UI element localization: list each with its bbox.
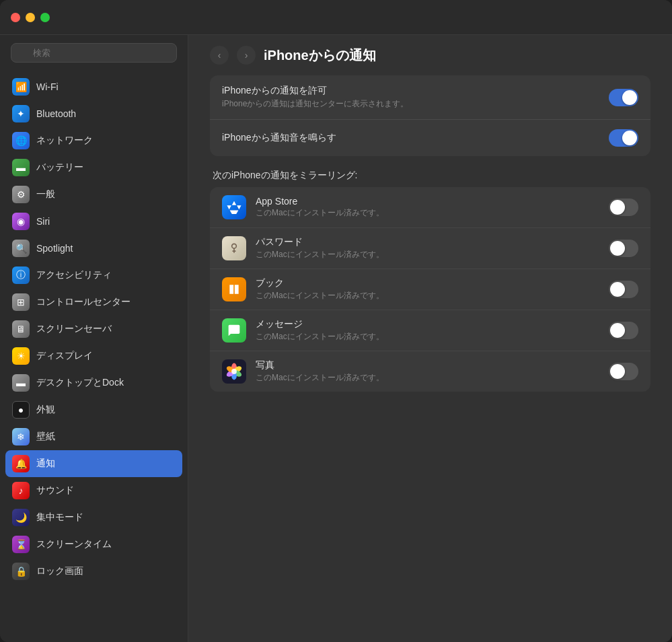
app-subtitle-appstore: このMacにインストール済みです。 xyxy=(256,207,599,219)
app-toggle-passwords[interactable] xyxy=(609,240,638,257)
svg-point-7 xyxy=(231,369,237,374)
toggle-knob-allow-notifications xyxy=(622,90,637,105)
page-title: iPhoneからの通知 xyxy=(264,46,376,65)
sidebar-item-label-desktop: デスクトップとDock xyxy=(36,377,124,389)
svg-point-0 xyxy=(232,244,237,248)
app-subtitle-passwords: このMacにインストール済みです。 xyxy=(256,249,599,260)
sidebar-item-label-control: コントロールセンター xyxy=(36,296,130,308)
sidebar-item-label-network: ネットワーク xyxy=(36,135,93,147)
sidebar-item-wallpaper[interactable]: ❄壁紙 xyxy=(5,423,182,450)
sidebar-item-network[interactable]: 🌐ネットワーク xyxy=(5,127,182,154)
sidebar-item-accessibility[interactable]: ⓘアクセシビリティ xyxy=(5,262,182,289)
app-toggle-messages[interactable] xyxy=(609,322,638,339)
forward-button[interactable]: › xyxy=(237,46,256,65)
sidebar-item-label-appearance: 外観 xyxy=(36,404,55,416)
app-icon-passwords xyxy=(222,236,246,260)
battery-icon: ▬ xyxy=(12,159,30,176)
content-header: ‹ › iPhoneからの通知 xyxy=(188,35,672,75)
sidebar-item-control[interactable]: ⊞コントロールセンター xyxy=(5,289,182,316)
bluetooth-icon: ✦ xyxy=(12,105,30,122)
app-toggle-appstore[interactable] xyxy=(609,199,638,216)
back-button[interactable]: ‹ xyxy=(210,46,229,65)
app-name-appstore: App Store xyxy=(256,196,599,207)
sidebar-item-label-notifications: 通知 xyxy=(36,458,55,470)
maximize-button[interactable] xyxy=(40,13,50,22)
sidebar-item-label-general: 一般 xyxy=(36,188,55,201)
minimize-button[interactable] xyxy=(26,13,35,22)
sidebar-item-siri[interactable]: ◉Siri xyxy=(5,208,182,235)
sidebar-item-label-focus: 集中モード xyxy=(36,511,83,524)
app-icon-books xyxy=(222,277,246,301)
sidebar-item-label-battery: バッテリー xyxy=(36,162,83,174)
sidebar-item-label-sound: サウンド xyxy=(36,485,74,497)
lock-icon: 🔒 xyxy=(12,563,30,580)
sidebar-item-label-wallpaper: 壁紙 xyxy=(36,431,55,443)
sidebar-item-bluetooth[interactable]: ✦Bluetooth xyxy=(5,100,182,127)
sidebar-item-sound[interactable]: ♪サウンド xyxy=(5,477,182,504)
app-subtitle-photos: このMacにインストール済みです。 xyxy=(256,372,599,384)
screentime-icon: ⌛ xyxy=(12,536,30,553)
search-container: 🔍 xyxy=(0,35,188,71)
app-toggle-knob-books xyxy=(610,282,625,297)
app-subtitle-books: このMacにインストール済みです。 xyxy=(256,290,599,301)
wallpaper-icon: ❄ xyxy=(12,428,30,445)
sidebar-item-spotlight[interactable]: 🔍Spotlight xyxy=(5,235,182,262)
main-toggles-card: iPhoneからの通知を許可iPhoneからの通知は通知センターに表示されます。… xyxy=(210,75,650,156)
app-row-appstore: App StoreこのMacにインストール済みです。 xyxy=(210,187,650,228)
screensaver-icon: 🖥 xyxy=(12,320,30,338)
sidebar-item-notifications[interactable]: 🔔通知 xyxy=(5,450,182,477)
sidebar-item-lock[interactable]: 🔒ロック画面 xyxy=(5,558,182,585)
network-icon: 🌐 xyxy=(12,132,30,149)
app-toggle-knob-photos xyxy=(610,364,625,379)
desktop-icon: ▬ xyxy=(12,374,30,392)
toggle-switch-allow-notifications[interactable] xyxy=(609,89,638,106)
general-icon: ⚙ xyxy=(12,186,30,203)
app-name-messages: メッセージ xyxy=(256,318,599,330)
appearance-icon: ● xyxy=(12,401,30,419)
sidebar-item-battery[interactable]: ▬バッテリー xyxy=(5,154,182,181)
sidebar-item-general[interactable]: ⚙一般 xyxy=(5,181,182,208)
spotlight-icon: 🔍 xyxy=(12,240,30,257)
app-row-photos: 写真このMacにインストール済みです。 xyxy=(210,351,650,392)
app-toggle-books[interactable] xyxy=(609,281,638,298)
sidebar-item-display[interactable]: ☀ディスプレイ xyxy=(5,343,182,369)
siri-icon: ◉ xyxy=(12,213,30,230)
accessibility-icon: ⓘ xyxy=(12,266,30,284)
sidebar-item-label-lock: ロック画面 xyxy=(36,565,83,577)
sidebar-item-label-bluetooth: Bluetooth xyxy=(36,108,76,119)
app-name-books: ブック xyxy=(256,277,599,289)
wifi-icon: 📶 xyxy=(12,78,30,96)
app-toggle-knob-appstore xyxy=(610,200,625,215)
app-toggle-photos[interactable] xyxy=(609,363,638,380)
app-row-passwords: パスワードこのMacにインストール済みです。 xyxy=(210,228,650,269)
app-icon-photos xyxy=(222,359,246,384)
sidebar-item-focus[interactable]: 🌙集中モード xyxy=(5,504,182,531)
sidebar-item-desktop[interactable]: ▬デスクトップとDock xyxy=(5,369,182,396)
app-toggle-knob-passwords xyxy=(610,241,625,256)
sidebar-item-wifi[interactable]: 📶Wi-Fi xyxy=(5,73,182,100)
sidebar-item-label-wifi: Wi-Fi xyxy=(36,81,59,92)
sidebar-item-label-spotlight: Spotlight xyxy=(36,243,73,254)
sidebar-item-screentime[interactable]: ⌛スクリーンタイム xyxy=(5,531,182,558)
toggle-switch-allow-sound[interactable] xyxy=(609,129,638,147)
display-icon: ☀ xyxy=(12,347,30,365)
notifications-icon: 🔔 xyxy=(12,455,30,472)
close-button[interactable] xyxy=(11,13,20,22)
toggle-title-allow-notifications: iPhoneからの通知を許可 xyxy=(222,85,609,97)
content-area: ‹ › iPhoneからの通知 iPhoneからの通知を許可iPhoneからの通… xyxy=(188,35,672,642)
sidebar-item-appearance[interactable]: ●外観 xyxy=(5,396,182,423)
sidebar-item-label-screensaver: スクリーンセーバ xyxy=(36,323,112,335)
toggle-title-allow-sound: iPhoneから通知音を鳴らす xyxy=(222,132,609,144)
app-row-messages: メッセージこのMacにインストール済みです。 xyxy=(210,310,650,351)
search-input[interactable] xyxy=(33,48,168,58)
content-body: iPhoneからの通知を許可iPhoneからの通知は通知センターに表示されます。… xyxy=(188,75,672,642)
sidebar-item-label-siri: Siri xyxy=(36,216,50,227)
search-box xyxy=(11,43,177,63)
apps-card: App StoreこのMacにインストール済みです。パスワードこのMacにインス… xyxy=(210,187,650,392)
sidebar-list: 📶Wi-Fi✦Bluetooth🌐ネットワーク▬バッテリー⚙一般◉Siri🔍Sp… xyxy=(0,71,188,642)
sidebar-item-label-screentime: スクリーンタイム xyxy=(36,538,112,550)
toggle-subtitle-allow-notifications: iPhoneからの通知は通知センターに表示されます。 xyxy=(222,98,609,110)
sidebar-item-screensaver[interactable]: 🖥スクリーンセーバ xyxy=(5,316,182,343)
sidebar-item-label-accessibility: アクセシビリティ xyxy=(36,269,112,281)
app-row-books: ブックこのMacにインストール済みです。 xyxy=(210,269,650,310)
